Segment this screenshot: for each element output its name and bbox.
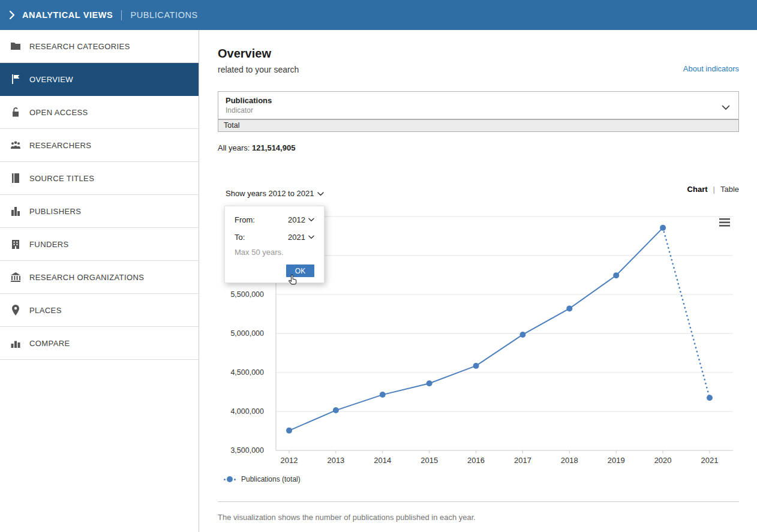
to-label: To: [235,233,245,242]
x-axis-label: 2012 [281,456,298,465]
sidebar-item-publishers[interactable]: PUBLISHERS [0,195,199,228]
sidebar-item-source-titles[interactable]: SOURCE TITLES [0,162,199,195]
tab-table[interactable]: Table [720,185,739,194]
journal-icon [10,172,22,184]
indicator-total-option[interactable]: Total [218,119,739,132]
chart-point-2021[interactable] [707,395,713,401]
chevron-down-icon [722,102,730,113]
people-icon [10,139,22,151]
chart-point-2012[interactable] [286,428,292,434]
ok-button[interactable]: OK [286,265,314,277]
y-axis-label: 4,500,000 [230,368,264,377]
sidebar-item-open-access[interactable]: OPEN ACCESS [0,96,199,129]
y-axis-label: 4,000,000 [230,407,264,416]
sidebar-item-label: FUNDERS [29,240,69,249]
compare-bars-icon [10,337,22,349]
legend-marker-icon [223,476,237,482]
top-bar: ANALYTICAL VIEWS PUBLICATIONS [0,0,757,30]
chart-menu-icon[interactable] [719,218,730,220]
about-indicators-link[interactable]: About indicators [683,64,739,73]
sidebar-item-places[interactable]: PLACES [0,294,199,327]
year-range-popup: From: 2012 To: 2021 Max 50 years. OK [224,206,325,283]
page-subtitle: related to your search [218,65,299,74]
sidebar-item-researchers[interactable]: RESEARCHERS [0,129,199,162]
x-axis-label: 2015 [420,456,438,465]
institution-icon [10,271,22,283]
topbar-divider [121,10,122,20]
main-content: Overview related to your search About in… [199,30,757,532]
chart-point-2020[interactable] [660,225,666,231]
show-years-label: Show years 2012 to 2021 [226,189,314,198]
sidebar-item-overview[interactable]: OVERVIEW [0,63,199,96]
x-axis-label: 2014 [374,456,391,465]
flag-icon [10,73,22,85]
page: ANALYTICAL VIEWS PUBLICATIONS RESEARCH C… [0,0,757,532]
max-years-note: Max 50 years. [235,248,314,257]
sidebar-item-label: OVERVIEW [29,75,73,84]
sidebar-item-research-organizations[interactable]: RESEARCH ORGANIZATIONS [0,261,199,294]
chevron-down-icon [308,235,314,239]
chart-point-2019[interactable] [613,272,619,278]
to-year-value: 2021 [288,233,305,242]
all-years-summary: All years: 121,514,905 [218,143,295,152]
indicator-select[interactable]: Publications Indicator [218,91,739,119]
sidebar-item-label: PUBLISHERS [29,207,81,216]
sidebar-item-label: RESEARCHERS [29,141,91,150]
from-year-value: 2012 [288,215,305,224]
map-pin-icon [10,304,22,316]
indicator-select-label: Indicator [226,106,731,115]
chart-menu-icon[interactable] [719,222,730,224]
chart-point-2014[interactable] [380,392,386,398]
chart-point-2016[interactable] [473,363,479,369]
chart-legend[interactable]: Publications (total) [223,475,301,483]
chart-point-2018[interactable] [566,305,572,311]
show-years-control[interactable]: Show years 2012 to 2021 [226,189,324,198]
sidebar-item-label: SOURCE TITLES [29,174,94,183]
folder-icon [10,40,22,52]
sidebar-item-research-categories[interactable]: RESEARCH CATEGORIES [0,30,199,63]
office-building-icon [10,238,22,250]
x-axis-label: 2020 [654,456,672,465]
open-lock-icon [10,106,22,118]
sidebar-item-label: RESEARCH ORGANIZATIONS [29,273,144,282]
chart-caption: The visualization shows the number of pu… [218,513,476,522]
to-year-select[interactable]: 2021 [288,233,314,242]
all-years-value: 121,514,905 [252,143,295,152]
from-label: From: [235,215,255,224]
x-axis-label: 2013 [327,456,344,465]
sidebar-item-label: RESEARCH CATEGORIES [29,42,130,51]
x-axis-label: 2021 [701,456,719,465]
chevron-down-icon [308,218,314,222]
view-toggle-divider: | [713,185,715,194]
y-axis-label: 3,500,000 [230,446,264,455]
x-axis-label: 2018 [561,456,578,465]
x-axis-label: 2017 [514,456,531,465]
chart-point-2015[interactable] [426,380,432,386]
indicator-select-value: Publications [226,96,731,105]
legend-label: Publications (total) [241,475,301,483]
view-toggle: Chart | Table [687,185,739,194]
y-axis-label: 5,500,000 [230,290,264,299]
topbar-section: PUBLICATIONS [130,10,197,20]
x-axis-label: 2019 [608,456,625,465]
chevron-right-icon[interactable] [8,10,16,20]
sidebar: RESEARCH CATEGORIESOVERVIEWOPEN ACCESSRE… [0,30,199,532]
page-title: Overview [218,47,271,61]
app-brand: ANALYTICAL VIEWS [22,10,113,20]
all-years-label: All years: [218,143,250,152]
buildings-icon [10,205,22,217]
x-axis-label: 2016 [467,456,485,465]
from-year-select[interactable]: 2012 [288,215,314,224]
sidebar-item-label: COMPARE [29,339,70,348]
chart-point-2017[interactable] [519,332,525,338]
section-divider [218,501,739,502]
chart-line-solid [289,228,663,431]
chart-point-2013[interactable] [333,407,339,413]
chart-menu-icon[interactable] [719,225,730,227]
y-axis-label: 5,000,000 [230,329,264,338]
tab-chart[interactable]: Chart [687,185,708,194]
chevron-down-icon [317,189,324,198]
sidebar-item-funders[interactable]: FUNDERS [0,228,199,261]
sidebar-item-compare[interactable]: COMPARE [0,327,199,360]
sidebar-item-label: OPEN ACCESS [29,108,88,117]
